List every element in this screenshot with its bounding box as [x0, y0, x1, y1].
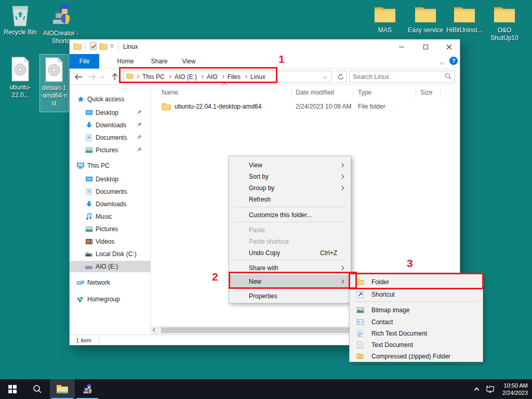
- submenu-item-text-document[interactable]: Text Document: [351, 339, 482, 351]
- address-dropdown-caret-icon[interactable]: [323, 73, 327, 81]
- column-header-type[interactable]: Type: [358, 86, 371, 99]
- submenu-item-compressed-zipped-folder[interactable]: Compressed (zipped) Folder: [351, 350, 482, 362]
- properties-check-icon[interactable]: [89, 42, 97, 51]
- videos-icon: [85, 237, 93, 246]
- network-tray-button[interactable]: [483, 385, 497, 393]
- folder-icon: [405, 4, 446, 25]
- recent-locations-caret-icon[interactable]: [99, 71, 106, 83]
- homegroup-icon: [76, 295, 85, 303]
- drive-icon: [85, 250, 93, 258]
- downloads-icon: [85, 200, 93, 208]
- sidebar-item-pictures-pinned[interactable]: Pictures: [70, 144, 151, 156]
- submenu-item-rich-text-document[interactable]: Rich Text Document: [351, 327, 482, 339]
- start-button[interactable]: [0, 379, 25, 399]
- search-input[interactable]: Search Linux: [349, 71, 455, 83]
- desktop-icon-ubuntu-iso[interactable]: ubuntu-22.0...: [1, 56, 39, 99]
- icon-label: ubuntu-22.0...: [1, 84, 39, 99]
- chevron-up-icon: [474, 388, 479, 393]
- menu-item-refresh[interactable]: Refresh: [230, 194, 350, 205]
- minimize-button[interactable]: [390, 39, 414, 54]
- menu-item-group-by[interactable]: Group by: [230, 182, 350, 194]
- taskbar-clock[interactable]: 10:50 AM 2/24/2023: [502, 382, 528, 396]
- shortcut-label: Ctrl+Z: [320, 249, 337, 257]
- column-separator[interactable]: [291, 87, 291, 98]
- sidebar-item-desktop-pinned[interactable]: Desktop: [70, 107, 151, 118]
- taskbar-aiocreator-button[interactable]: [75, 379, 100, 399]
- taskbar-search-button[interactable]: [25, 379, 50, 399]
- taskbar: 10:50 AM 2/24/2023: [0, 379, 532, 399]
- help-icon[interactable]: ?: [449, 57, 458, 65]
- close-button[interactable]: [437, 39, 461, 54]
- annotation-number-1: 1: [278, 53, 285, 65]
- sidebar-item-desktop[interactable]: Desktop: [70, 174, 151, 185]
- sidebar-item-downloads[interactable]: Downloads: [70, 198, 151, 210]
- submenu-arrow-icon: [340, 175, 344, 179]
- menu-item-sort-by[interactable]: Sort by: [230, 171, 350, 182]
- submenu-item-shortcut[interactable]: Shortcut: [351, 288, 482, 300]
- sidebar-item-documents-pinned[interactable]: Documents: [70, 132, 151, 143]
- item-count: 1 item: [76, 337, 91, 343]
- tab-view[interactable]: View: [175, 54, 203, 69]
- column-separator[interactable]: [353, 87, 354, 98]
- sidebar-item-network[interactable]: Network: [70, 277, 151, 288]
- back-button[interactable]: [73, 71, 84, 83]
- icon-label: MAS: [367, 26, 403, 34]
- shortcut-icon: [356, 290, 364, 299]
- menu-separator: [234, 222, 345, 222]
- sidebar-item-pictures[interactable]: Pictures: [70, 223, 151, 235]
- status-separator: [99, 337, 99, 343]
- tab-home[interactable]: Home: [111, 54, 140, 69]
- column-header-date-modified[interactable]: Date modified: [296, 86, 334, 99]
- annotation-number-2: 2: [212, 271, 218, 283]
- sidebar-item-homegroup[interactable]: Homegroup: [70, 294, 151, 305]
- expand-ribbon-icon[interactable]: [440, 59, 444, 62]
- desktop-icon-mas[interactable]: MAS: [367, 4, 403, 34]
- desktop-icon-hibituninstaller[interactable]: HiBitUninst...: [445, 4, 484, 34]
- taskbar-file-explorer-button[interactable]: [50, 379, 75, 399]
- refresh-button[interactable]: [335, 71, 347, 83]
- tray-time: 10:50 AM: [502, 382, 528, 389]
- sidebar-item-quick-access[interactable]: Quick access: [70, 94, 151, 105]
- maximize-button[interactable]: [414, 39, 437, 54]
- sidebar-item-aio-e-selected[interactable]: AIO (E:): [70, 261, 151, 272]
- menu-item-customize-this-folder[interactable]: Customize this folder...: [230, 209, 350, 221]
- customize-toolbar-caret-icon[interactable]: [110, 43, 114, 50]
- sidebar-item-local-disk-c[interactable]: Local Disk (C:): [70, 248, 151, 260]
- column-separator[interactable]: [440, 87, 441, 98]
- column-separator[interactable]: [416, 87, 416, 98]
- tab-file[interactable]: File: [70, 54, 99, 69]
- menu-item-properties[interactable]: Properties: [230, 290, 350, 302]
- aiocreator-icon: [81, 383, 94, 395]
- desktop: { "annotations": { "step1": "1", "step2"…: [0, 0, 532, 399]
- annotation-number-3: 3: [407, 257, 413, 270]
- sidebar-item-videos[interactable]: Videos: [70, 236, 151, 247]
- forward-button[interactable]: [86, 71, 98, 83]
- icon-label-line: st: [40, 100, 68, 108]
- desktop-icon-recycle-bin[interactable]: Recycle Bin: [2, 3, 38, 36]
- tray-expand-button[interactable]: [470, 387, 483, 392]
- documents-icon: [85, 134, 93, 142]
- sidebar-item-this-pc[interactable]: This PC: [70, 160, 151, 171]
- this-pc-icon: [76, 162, 85, 170]
- desktop-icon-easy-service[interactable]: Easy service: [405, 4, 446, 34]
- scroll-left-arrow-icon[interactable]: [153, 328, 157, 332]
- network-icon: [76, 278, 85, 287]
- new-folder-icon[interactable]: [99, 43, 108, 51]
- desktop-icon-oo-shutup10[interactable]: O&O ShutUp10: [486, 4, 523, 42]
- submenu-item-contact[interactable]: Contact: [351, 316, 482, 328]
- sidebar-item-documents[interactable]: Documents: [70, 186, 151, 197]
- quick-access-toolbar: [70, 42, 120, 51]
- contact-icon: [356, 318, 364, 326]
- sidebar-item-downloads-pinned[interactable]: Downloads: [70, 119, 151, 131]
- tab-share[interactable]: Share: [145, 54, 174, 69]
- desktop-icon-debian-iso-selected[interactable]: debian-1 -amd64-n st: [39, 54, 69, 112]
- music-icon: [85, 212, 93, 221]
- column-header-size[interactable]: Size: [420, 86, 432, 99]
- column-header-name[interactable]: Name: [162, 86, 178, 99]
- sidebar-item-music[interactable]: Music: [70, 211, 151, 222]
- menu-item-view[interactable]: View: [230, 159, 350, 171]
- submenu-item-bitmap-image[interactable]: Bitmap image: [351, 304, 482, 316]
- menu-item-undo-copy[interactable]: Undo CopyCtrl+Z: [230, 247, 350, 259]
- toolbar-separator: [118, 43, 118, 50]
- file-row-ubuntu-folder[interactable]: ubuntu-22.04.1-desktop-amd64 2/24/2023 1…: [151, 101, 460, 112]
